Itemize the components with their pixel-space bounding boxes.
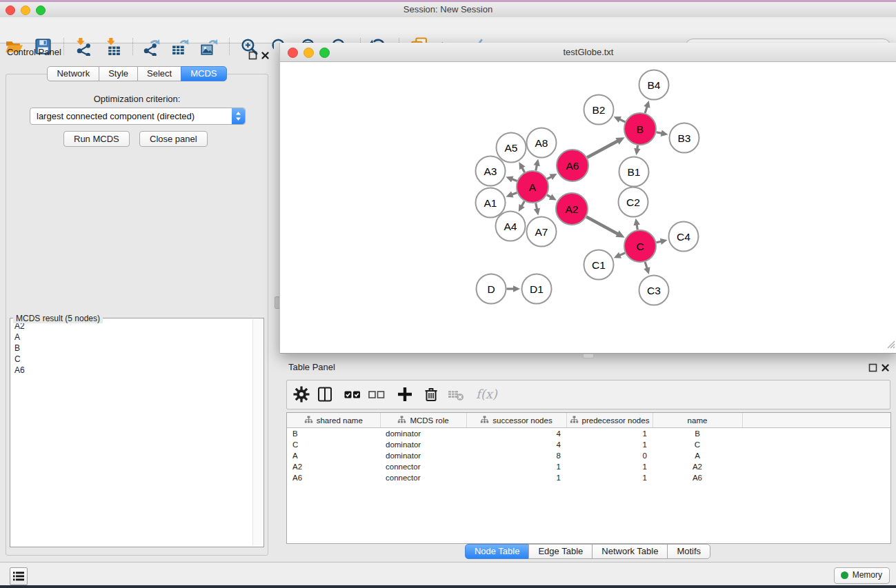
graph-edge-A-A6[interactable] xyxy=(547,174,557,180)
tab-style[interactable]: Style xyxy=(99,66,138,81)
run-mcds-button[interactable]: Run MCDS xyxy=(63,131,130,147)
tab-node-table[interactable]: Node Table xyxy=(465,544,530,559)
task-history-button[interactable] xyxy=(10,567,28,585)
graph-node-C[interactable]: C xyxy=(624,230,656,262)
select-all-columns-icon[interactable] xyxy=(344,385,361,403)
mcds-result-item[interactable]: C xyxy=(10,354,25,365)
graph-node-B[interactable]: B xyxy=(624,113,656,145)
graph-node-D[interactable]: D xyxy=(477,274,506,304)
column-header-MCDS-role[interactable]: MCDS role xyxy=(380,413,466,428)
graph-node-C4[interactable]: C4 xyxy=(669,222,699,252)
graph-edge-A-A5[interactable] xyxy=(519,162,525,172)
table-row[interactable]: Adominator80A xyxy=(287,450,890,461)
graph-edge-A-A3[interactable] xyxy=(506,176,517,183)
mcds-result-box: A2ABCA6 xyxy=(10,318,264,547)
graph-node-B4[interactable]: B4 xyxy=(639,70,669,100)
export-image-icon[interactable] xyxy=(199,37,218,56)
network-zoom-button[interactable] xyxy=(319,48,330,58)
table-panel-title: Table Panel xyxy=(288,362,335,372)
graph-edge-D-D1[interactable] xyxy=(507,285,521,292)
import-network-icon[interactable] xyxy=(74,37,92,56)
delete-table-icon[interactable] xyxy=(447,385,465,403)
svg-text:C4: C4 xyxy=(677,231,690,243)
table-row[interactable]: Bdominator41B xyxy=(287,428,890,440)
tab-select[interactable]: Select xyxy=(137,66,181,81)
graph-edge-B-B2[interactable] xyxy=(614,116,626,123)
graph-edge-B-B3[interactable] xyxy=(657,130,668,136)
minimize-window-button[interactable] xyxy=(21,6,30,15)
graph-node-A2[interactable]: A2 xyxy=(556,193,588,225)
resize-grip-icon[interactable] xyxy=(886,339,895,352)
close-panel-button[interactable]: Close panel xyxy=(139,131,208,147)
graph-node-A6[interactable]: A6 xyxy=(557,150,588,181)
mcds-result-item[interactable]: A xyxy=(10,332,25,343)
graph-edge-A6-B[interactable] xyxy=(587,137,624,157)
column-header-predecessor-nodes[interactable]: predecessor nodes xyxy=(566,413,653,428)
horizontal-splitter-handle[interactable] xyxy=(583,354,594,358)
column-header-successor-nodes[interactable]: successor nodes xyxy=(466,413,566,428)
graph-node-A7[interactable]: A7 xyxy=(527,217,557,247)
graph-edge-A-A7[interactable] xyxy=(534,203,540,216)
close-panel-icon[interactable] xyxy=(261,50,270,59)
svg-text:A8: A8 xyxy=(535,137,548,149)
graph-node-A[interactable]: A xyxy=(517,171,548,203)
network-canvas[interactable]: B4B2BB3A8A5A6A3B1AA1C2A2A4A7C4CC1C3DD1 xyxy=(280,62,896,354)
float-panel-icon[interactable] xyxy=(248,50,257,59)
create-column-icon[interactable] xyxy=(396,385,414,403)
graph-edge-B-B4[interactable] xyxy=(644,101,650,113)
graph-edge-C-C1[interactable] xyxy=(614,252,625,258)
graph-edge-A-A2[interactable] xyxy=(547,194,557,200)
function-builder-icon[interactable]: f(x) xyxy=(475,385,498,403)
network-close-button[interactable] xyxy=(288,48,298,58)
graph-edge-C-C4[interactable] xyxy=(656,239,667,245)
graph-node-B2[interactable]: B2 xyxy=(584,95,614,125)
graph-node-A8[interactable]: A8 xyxy=(527,128,557,158)
graph-edge-C-C2[interactable] xyxy=(634,219,640,230)
tab-mcds[interactable]: MCDS xyxy=(181,66,226,81)
graph-edge-A2-C[interactable] xyxy=(586,216,625,237)
delete-columns-icon[interactable] xyxy=(422,385,440,403)
graph-node-B1[interactable]: B1 xyxy=(619,157,649,187)
graph-node-C1[interactable]: C1 xyxy=(584,250,614,280)
graph-node-A4[interactable]: A4 xyxy=(496,212,526,241)
close-window-button[interactable] xyxy=(6,6,15,15)
export-table-icon[interactable] xyxy=(170,37,189,56)
memory-button[interactable]: Memory xyxy=(834,567,890,584)
column-header-shared-name[interactable]: shared name xyxy=(287,413,380,428)
svg-text:B4: B4 xyxy=(648,79,661,91)
graph-edge-A-A8[interactable] xyxy=(534,159,540,171)
tab-edge-table[interactable]: Edge Table xyxy=(528,544,593,559)
graph-node-A3[interactable]: A3 xyxy=(476,156,506,186)
deselect-all-columns-icon[interactable] xyxy=(368,385,386,403)
mcds-result-item[interactable]: B xyxy=(10,343,25,354)
svg-text:C: C xyxy=(636,241,644,252)
tab-network-table[interactable]: Network Table xyxy=(592,544,668,559)
import-table-icon[interactable] xyxy=(104,37,123,56)
optimization-criterion-dropdown[interactable]: largest connected component (directed) xyxy=(30,108,246,125)
toggle-panel-layout-icon[interactable] xyxy=(316,385,334,403)
export-network-icon[interactable] xyxy=(141,37,160,56)
zoom-window-button[interactable] xyxy=(36,6,46,15)
table-row[interactable]: A6connector11A6 xyxy=(287,472,890,483)
table-settings-gear-icon[interactable] xyxy=(292,385,310,403)
graph-node-A5[interactable]: A5 xyxy=(497,133,526,163)
result-scrollbar[interactable] xyxy=(252,319,263,545)
table-row[interactable]: A2connector11A2 xyxy=(287,461,890,472)
table-float-panel-icon[interactable] xyxy=(868,363,877,372)
graph-edge-C-C3[interactable] xyxy=(644,262,650,274)
graph-node-C3[interactable]: C3 xyxy=(639,276,669,305)
column-header-name[interactable]: name xyxy=(653,413,742,428)
graph-edge-A-A1[interactable] xyxy=(506,192,517,198)
mcds-result-item[interactable]: A6 xyxy=(10,365,25,376)
table-row[interactable]: Cdominator41C xyxy=(287,439,890,450)
table-close-panel-icon[interactable] xyxy=(881,363,890,372)
graph-edge-B-B1[interactable] xyxy=(634,145,640,155)
tab-motifs[interactable]: Motifs xyxy=(667,544,710,559)
graph-edge-A-A4[interactable] xyxy=(519,201,525,212)
graph-node-D1[interactable]: D1 xyxy=(522,274,552,304)
network-minimize-button[interactable] xyxy=(303,48,314,58)
tab-network[interactable]: Network xyxy=(47,66,99,81)
graph-node-C2[interactable]: C2 xyxy=(619,187,648,217)
graph-node-B3[interactable]: B3 xyxy=(670,123,699,153)
graph-node-A1[interactable]: A1 xyxy=(476,188,506,218)
